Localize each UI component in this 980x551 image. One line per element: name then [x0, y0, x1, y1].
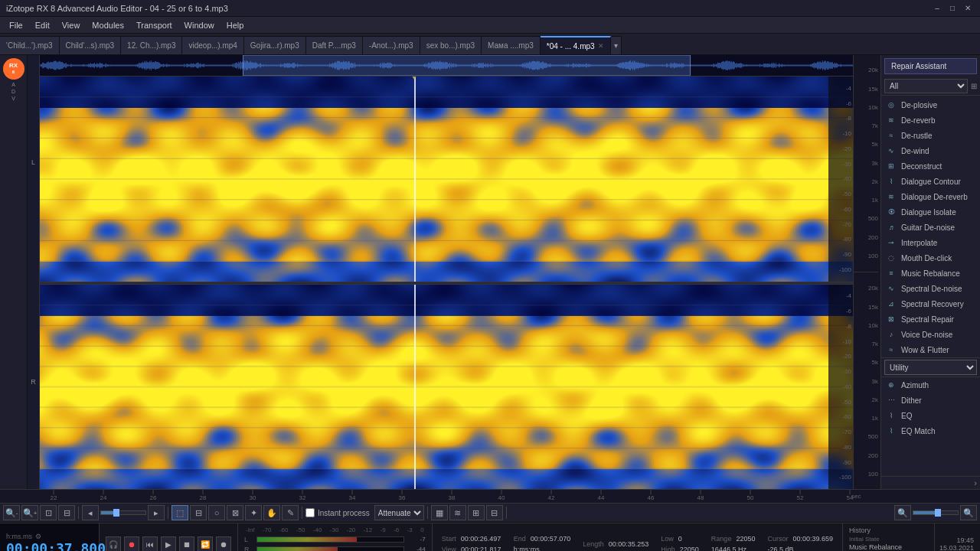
utility-select[interactable]: Utility: [884, 360, 977, 375]
tab-0[interactable]: 'Child...').mp3: [0, 36, 60, 54]
attenuation-select[interactable]: Attenuate Replace: [374, 505, 424, 520]
zoom-out-button[interactable]: 🔍-: [3, 505, 20, 520]
tab-overflow[interactable]: ▾: [611, 36, 622, 54]
module-de-rustle[interactable]: ≈ De-rustle: [881, 128, 980, 143]
play-button[interactable]: ▶: [161, 536, 176, 551]
freq-selection-tool[interactable]: ⊟: [190, 505, 207, 520]
spectral-top-canvas: [40, 77, 853, 282]
freq-5k-b: 5k: [872, 359, 878, 366]
headphones-button[interactable]: 🎧: [106, 536, 121, 551]
vertical-zoom-slider[interactable]: [913, 510, 959, 515]
module-eq-match[interactable]: ⌇ EQ Match: [881, 423, 980, 439]
right-panel-expand[interactable]: ›: [881, 476, 980, 489]
info-low-label: Low: [661, 535, 674, 543]
tab-2[interactable]: 12. Ch...).mp3: [121, 36, 182, 54]
lasso-tool[interactable]: ○: [208, 505, 225, 520]
module-de-wind[interactable]: ∿ De-wind: [881, 143, 980, 158]
module-de-reverb[interactable]: ≋ De-reverb: [881, 112, 980, 128]
module-wow-flutter[interactable]: ≈ Wow & Flutter: [881, 342, 980, 357]
tab-6[interactable]: -Anot...).mp3: [363, 36, 420, 54]
module-guitar-de-noise[interactable]: ♬ Guitar De-noise: [881, 220, 980, 235]
zoom-out-right-button[interactable]: 🔍: [894, 505, 911, 520]
menu-help[interactable]: Help: [220, 17, 250, 34]
instant-process-checkbox[interactable]: [305, 508, 315, 517]
waveform-view-button[interactable]: ≋: [449, 505, 466, 520]
zoom-fit-button[interactable]: ⊡: [40, 505, 57, 520]
module-dialogue-isolate[interactable]: ⦿ Dialogue Isolate: [881, 204, 980, 220]
tab-4[interactable]: Gojira...r).mp3: [244, 36, 306, 54]
module-deconstruct[interactable]: ⊞ Deconstruct: [881, 158, 980, 174]
info-end-label: End: [514, 535, 526, 543]
de-wind-label: De-wind: [901, 147, 929, 155]
interpolate-icon: ⊸: [886, 237, 897, 248]
spectrogram-view-button[interactable]: ▦: [431, 505, 448, 520]
module-dither[interactable]: ⋯ Dither: [881, 393, 980, 408]
info-cursor-row: Cursor 00:00:39.659: [767, 535, 833, 543]
module-azimuth[interactable]: ⊕ Azimuth: [881, 377, 980, 393]
logo-text: ADV: [11, 81, 15, 102]
zoom-selection-button[interactable]: ⊟: [58, 505, 75, 520]
expand-icon[interactable]: ›: [974, 478, 977, 487]
magic-wand-tool[interactable]: ✦: [245, 505, 262, 520]
module-interpolate[interactable]: ⊸ Interpolate: [881, 235, 980, 250]
menu-modules[interactable]: Modules: [86, 17, 130, 34]
menu-transport[interactable]: Transport: [130, 17, 178, 34]
tab-3[interactable]: videop...).mp4: [182, 36, 243, 54]
module-dialogue-contour[interactable]: ⌇ Dialogue Contour: [881, 174, 980, 189]
info-end-value: 00:00:57.070: [531, 535, 571, 543]
menu-file[interactable]: File: [3, 17, 29, 34]
scroll-right-button[interactable]: ▸: [148, 505, 165, 520]
hand-tool[interactable]: ✋: [263, 505, 280, 520]
record-button[interactable]: ⏺: [124, 536, 139, 551]
minimize-button[interactable]: –: [931, 2, 943, 15]
module-spectral-recovery[interactable]: ⊿ Spectral Recovery: [881, 296, 980, 311]
overview-strip[interactable]: [40, 55, 853, 77]
module-voice-de-noise[interactable]: ♪ Voice De-noise: [881, 327, 980, 342]
zoom-in-button[interactable]: 🔍+: [21, 505, 38, 520]
brush-tool[interactable]: ⊠: [227, 505, 243, 520]
pitch-view-button[interactable]: ⊟: [486, 505, 503, 520]
dialogue-contour-label: Dialogue Contour: [901, 178, 961, 186]
info-cursor-value: 00:00:39.659: [792, 535, 833, 543]
close-button[interactable]: ✕: [962, 2, 974, 15]
pencil-tool[interactable]: ✎: [282, 505, 299, 520]
tab-1[interactable]: Child'...s).mp3: [60, 36, 122, 54]
module-music-rebalance[interactable]: ≡ Music Rebalance: [881, 266, 980, 281]
menu-edit[interactable]: Edit: [29, 17, 56, 34]
spectral-view-top[interactable]: -4-6-8-10-20-30-40-50-60-70-80-90-100: [40, 77, 853, 282]
tab-5[interactable]: Daft P....mp3: [306, 36, 363, 54]
de-plosive-icon: ◎: [886, 99, 897, 110]
zoom-slider[interactable]: [100, 510, 146, 515]
module-dialogue-de-reverb[interactable]: ≋ Dialogue De-reverb: [881, 189, 980, 204]
tab-8[interactable]: Мама ....mp3: [482, 36, 541, 54]
module-spectral-de-noise[interactable]: ∿ Spectral De-noise: [881, 281, 980, 296]
maximize-button[interactable]: □: [946, 2, 959, 15]
spectral-view-bottom[interactable]: -4-6-8-10-20-30-40-50-60-70-80-90-100: [40, 285, 853, 490]
right-panel: Repair Assistant All Repair Utility ⊞ ◎ …: [880, 55, 980, 489]
combined-view-button[interactable]: ⊞: [468, 505, 485, 520]
menu-view[interactable]: View: [56, 17, 87, 34]
scroll-left-button[interactable]: ◂: [82, 505, 99, 520]
db-scale-top: -4-6-8-10-20-30-40-50-60-70-80-90-100: [828, 77, 853, 282]
stop-button[interactable]: ⏹: [179, 536, 194, 551]
tab-9-active[interactable]: *04 - ... 4.mp3 ✕: [541, 36, 611, 54]
menu-window[interactable]: Window: [178, 17, 220, 34]
record2-button[interactable]: ⏺: [216, 536, 231, 551]
tab-7[interactable]: sex bo...).mp3: [420, 36, 482, 54]
zoom-in-right-button[interactable]: 🔍: [960, 505, 977, 520]
time-settings-icon[interactable]: ⚙: [35, 533, 41, 540]
module-filter-select[interactable]: All Repair Utility: [884, 79, 968, 93]
time-selection-tool[interactable]: ⬚: [172, 505, 188, 520]
module-mouth-de-click[interactable]: ◌ Mouth De-click: [881, 250, 980, 266]
info-length-label: Length: [583, 540, 604, 548]
rewind-button[interactable]: ⏮: [142, 536, 158, 551]
tab-close-icon[interactable]: ✕: [598, 42, 604, 50]
loop-button[interactable]: 🔁: [198, 536, 213, 551]
waveform-container[interactable]: -4-6-8-10-20-30-40-50-60-70-80-90-100 -4…: [40, 55, 853, 489]
freq-5k: 5k: [872, 141, 878, 148]
module-spectral-repair[interactable]: ⊠ Spectral Repair: [881, 311, 980, 327]
module-eq[interactable]: ⌇ EQ: [881, 408, 980, 423]
module-de-plosive[interactable]: ◎ De-plosive: [881, 97, 980, 112]
grid-view-icon[interactable]: ⊞: [971, 82, 977, 90]
repair-assistant-button[interactable]: Repair Assistant: [884, 58, 977, 74]
